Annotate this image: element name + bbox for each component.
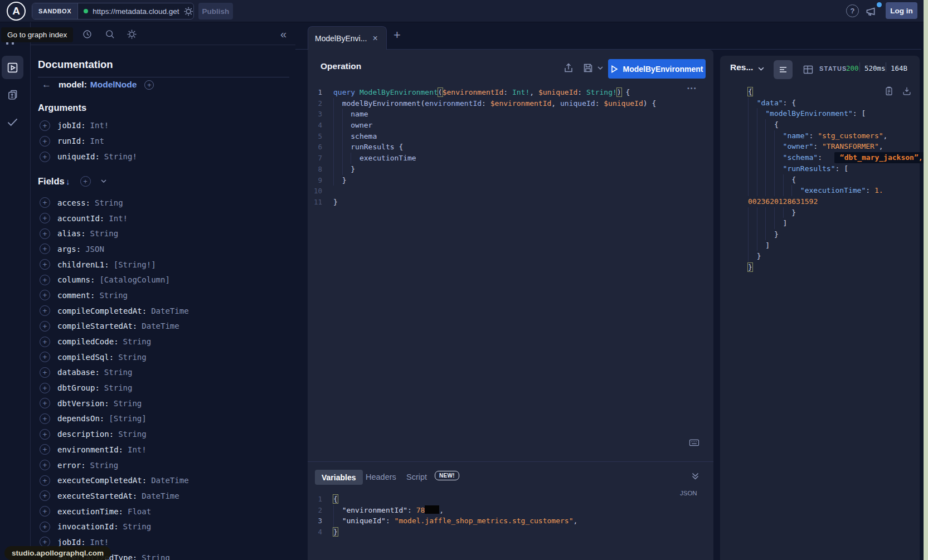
new-tab-button[interactable]: + [393,28,401,42]
code-token: "environmentId" [342,506,407,514]
share-icon[interactable] [563,62,574,74]
field-row: +args:JSON [31,241,293,257]
help-glyph: ? [851,7,855,15]
tab-script[interactable]: Script [406,473,427,481]
add-field-to-query-button[interactable]: + [40,490,50,501]
code-line: 8} [308,164,713,175]
field-name: dbtVersion: [57,399,109,408]
sort-arrow-icon[interactable]: ↓ [66,177,70,186]
sidebar-item-schema[interactable] [7,89,19,101]
add-all-fields-button[interactable]: + [80,176,91,187]
line-number: 10 [308,186,322,197]
code-token: name [351,110,368,118]
add-field-to-query-button[interactable]: + [40,136,50,147]
add-field-to-query-button[interactable]: + [40,321,50,332]
add-field-to-query-button[interactable]: + [40,337,50,347]
code-token: : [866,186,874,194]
history-clock-icon[interactable] [82,29,93,40]
code-token: owner [351,121,372,129]
field-row: +database:String [31,365,293,381]
keyboard-shortcuts-icon[interactable] [689,438,699,447]
code-token: } [342,176,347,184]
run-operation-button[interactable]: ModelByEnvironment [608,59,706,79]
code-token: ( [438,88,443,96]
crumb-type-link[interactable]: ModelNode [90,80,137,90]
back-arrow-icon[interactable]: ← [42,79,59,90]
code-token: $environmentId [490,99,552,108]
field-row: +columns:[CatalogColumn] [31,272,293,288]
code-line: 5schema [308,131,713,142]
tab-variables[interactable]: Variables [315,470,363,485]
add-field-to-query-button[interactable]: + [40,244,50,254]
add-field-to-query-button[interactable]: + [40,367,50,378]
tab-modelbyenvironment[interactable]: ModelByEnvi... × [308,26,387,50]
add-field-to-query-button[interactable]: + [40,152,50,162]
settings-gear-icon[interactable] [127,29,137,40]
field-row: +description:String [31,426,293,442]
field-row: +dependsOn:[String] [31,411,293,427]
add-field-to-query-button[interactable]: + [40,429,50,440]
add-field-to-query-button[interactable]: + [40,383,50,393]
indent-guide [748,152,757,163]
add-field-to-query-button[interactable]: + [40,213,50,223]
help-icon[interactable]: ? [846,4,859,17]
add-field-to-query-button[interactable]: + [40,120,50,131]
endpoint-settings-gear-icon[interactable] [183,6,193,17]
response-dropdown-chevron-icon[interactable] [758,67,764,71]
indent-guide [757,163,766,174]
add-field-to-query-button[interactable]: + [40,522,50,532]
field-row: +uniqueId:String! [31,149,293,164]
redacted-value [425,505,439,514]
code-line: 3"uniqueId": "model.jaffle_shop_metrics.… [308,515,713,527]
apollo-logo-icon[interactable]: A [7,2,26,21]
add-field-to-query-button[interactable]: + [40,352,50,362]
code-line: 2"environmentId": 78, [308,505,713,516]
add-field-to-query-button[interactable]: + [40,413,50,424]
chevron-down-icon[interactable] [101,179,106,183]
add-field-to-query-button[interactable]: + [40,275,50,285]
raw-view-button[interactable] [774,60,793,79]
indent-guide [748,174,757,186]
add-field-to-query-button[interactable]: + [40,290,50,300]
add-field-to-query-button[interactable]: + [40,197,50,208]
table-view-button[interactable] [799,60,818,79]
sidebar-item-explorer[interactable] [2,56,23,79]
save-dropdown-chevron-icon[interactable] [597,66,603,70]
add-field-to-query-button[interactable]: + [40,259,50,270]
add-field-to-query-button[interactable]: + [40,305,50,316]
add-field-button[interactable]: + [144,80,154,90]
collapse-sidebar-icon[interactable]: « [280,28,286,41]
login-button[interactable]: Log in [886,2,917,19]
field-name: access: [57,198,90,207]
publish-button[interactable]: Publish [198,3,233,20]
code-token: : [809,132,818,140]
response-json-viewer[interactable]: {"data": {"modelByEnvironment": [{"name"… [737,86,915,273]
indent-guide [757,240,766,251]
code-token: "owner" [783,142,814,150]
operation-code-editor[interactable]: 1query ModelByEnvironment($environmentId… [308,87,713,208]
add-field-to-query-button[interactable]: + [40,444,50,455]
line-number: 6 [308,142,322,153]
add-field-to-query-button[interactable]: + [40,398,50,408]
variables-editor[interactable]: 1{2"environmentId": 78,3"uniqueId": "mod… [308,494,713,538]
collapse-panel-chevrons-icon[interactable] [691,472,699,480]
code-line: 4owner [308,120,713,131]
field-name: compileCompletedAt: [57,306,147,315]
save-icon[interactable] [582,62,594,74]
endpoint-url-group[interactable]: SANDBOX https://metadata.cloud.get [32,3,194,20]
sandbox-badge[interactable]: SANDBOX [32,3,78,19]
close-tab-icon[interactable]: × [372,33,377,43]
field-row: +alias:String [31,226,293,241]
endpoint-url-input[interactable]: https://metadata.cloud.get [93,7,183,16]
add-field-to-query-button[interactable]: + [40,506,50,517]
add-field-to-query-button[interactable]: + [40,475,50,486]
tab-headers[interactable]: Headers [366,473,396,481]
announcements-megaphone-icon[interactable] [865,5,878,18]
code-token: "data" [757,99,783,107]
sidebar-item-checks[interactable] [6,115,19,128]
indent-guide [774,152,783,163]
indent-guide [765,152,774,163]
add-field-to-query-button[interactable]: + [40,228,50,239]
search-icon[interactable] [105,29,115,40]
add-field-to-query-button[interactable]: + [40,460,50,470]
